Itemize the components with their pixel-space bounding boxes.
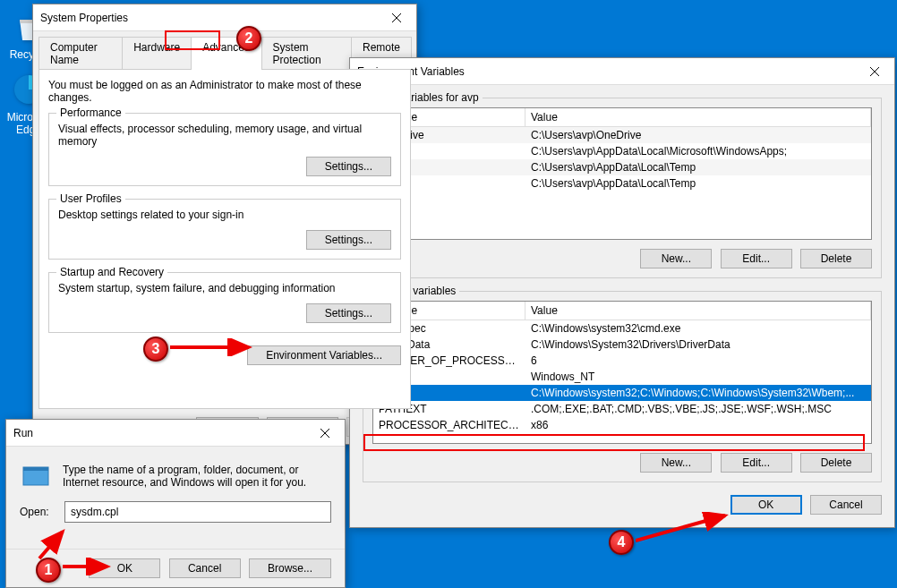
table-row[interactable]: ComSpecC:\Windows\system32\cmd.exe (373, 320, 871, 337)
var-value: x86 (525, 417, 871, 433)
system-properties-window: System Properties Computer Name Hardware… (32, 4, 417, 445)
open-label: Open: (20, 506, 64, 518)
user-variables-list[interactable]: Variable Value OneDriveC:\Users\avp\OneD… (372, 107, 872, 240)
var-value: C:\Windows\system32\cmd.exe (525, 320, 871, 337)
user-variables-group: User variables for avp Variable Value On… (363, 98, 882, 278)
cancel-button[interactable]: Cancel (169, 558, 241, 578)
close-button[interactable] (854, 58, 894, 85)
tab-body: You must be logged on as an Administrato… (38, 69, 411, 409)
var-value: C:\Users\avp\AppData\Local\Temp (525, 175, 871, 192)
var-value: 6 (525, 353, 871, 369)
titlebar[interactable]: Run (6, 420, 345, 447)
environment-variables-button[interactable]: Environment Variables... (247, 345, 401, 365)
cancel-button[interactable]: Cancel (810, 495, 882, 515)
run-icon (20, 460, 52, 492)
group-desc: Visual effects, processor scheduling, me… (58, 123, 391, 148)
svg-rect-2 (23, 467, 48, 471)
user-edit-button[interactable]: Edit... (721, 249, 792, 268)
startup-settings-button[interactable]: Settings... (306, 303, 391, 323)
user-delete-button[interactable]: Delete (800, 249, 872, 268)
sys-edit-button[interactable]: Edit... (721, 453, 792, 473)
table-row[interactable]: PathC:\Users\avp\AppData\Local\Microsoft… (373, 143, 871, 159)
startup-recovery-group: Startup and Recovery System startup, sys… (48, 272, 401, 333)
performance-group: Performance Visual effects, processor sc… (48, 113, 401, 186)
window-title: System Properties (40, 12, 128, 24)
table-row[interactable]: PATHEXT.COM;.EXE;.BAT;.CMD;.VBS;.VBE;.JS… (373, 401, 871, 417)
performance-settings-button[interactable]: Settings... (306, 157, 391, 176)
table-row[interactable]: OSWindows_NT (373, 369, 871, 385)
group-desc: Desktop settings related to your sign-in (58, 209, 391, 221)
table-row[interactable]: PROCESSOR_ARCHITECTUREx86 (373, 417, 871, 433)
col-value[interactable]: Value (525, 108, 871, 126)
var-value: C:\Users\avp\OneDrive (525, 127, 871, 143)
sys-delete-button[interactable]: Delete (800, 453, 872, 473)
var-value: C:\Windows\System32\Drivers\DriverData (525, 337, 871, 353)
env-body: User variables for avp Variable Value On… (350, 85, 894, 527)
var-value: Windows_NT (525, 369, 871, 385)
environment-variables-dialog: Environment Variables User variables for… (349, 57, 895, 528)
col-value[interactable]: Value (525, 302, 871, 320)
group-title: User Profiles (56, 192, 125, 205)
close-icon (870, 67, 879, 76)
profiles-settings-button[interactable]: Settings... (306, 230, 391, 250)
sys-new-button[interactable]: New... (640, 453, 712, 473)
callout-4: 4 (609, 530, 634, 555)
ok-button[interactable]: OK (730, 495, 802, 515)
tab-system-protection[interactable]: System Protection (261, 37, 352, 70)
group-title: Startup and Recovery (56, 266, 167, 278)
titlebar[interactable]: Environment Variables (350, 58, 894, 85)
table-row[interactable]: OneDriveC:\Users\avp\OneDrive (373, 127, 871, 143)
user-profiles-group: User Profiles Desktop settings related t… (48, 199, 401, 260)
tab-computer-name[interactable]: Computer Name (38, 37, 123, 70)
var-name: PROCESSOR_ARCHITECTURE (373, 417, 525, 433)
close-button[interactable] (304, 420, 345, 447)
table-row[interactable]: NUMBER_OF_PROCESSORS6 (373, 353, 871, 369)
table-row[interactable]: TMPC:\Users\avp\AppData\Local\Temp (373, 175, 871, 192)
run-body: Type the name of a program, folder, docu… (6, 447, 345, 549)
var-value: C:\Windows\system32;C:\Windows;C:\Window… (525, 385, 871, 401)
ok-button[interactable]: OK (89, 558, 160, 578)
table-row[interactable]: PathC:\Windows\system32;C:\Windows;C:\Wi… (373, 385, 871, 401)
run-desc: Type the name of a program, folder, docu… (63, 464, 331, 489)
titlebar[interactable]: System Properties (33, 4, 416, 31)
window-title: Run (13, 427, 33, 439)
open-input[interactable] (64, 501, 331, 523)
browse-button[interactable]: Browse... (249, 558, 331, 578)
callout-3: 3 (143, 337, 168, 362)
var-value: .COM;.EXE;.BAT;.CMD;.VBS;.VBE;.JS;.JSE;.… (525, 401, 871, 417)
intro-text: You must be logged on as an Administrato… (48, 79, 401, 104)
user-new-button[interactable]: New... (640, 249, 712, 268)
callout-2: 2 (236, 26, 261, 51)
var-value: C:\Users\avp\AppData\Local\Microsoft\Win… (525, 143, 871, 159)
group-desc: System startup, system failure, and debu… (58, 282, 391, 294)
callout-1: 1 (36, 558, 61, 583)
table-row[interactable]: TEMPC:\Users\avp\AppData\Local\Temp (373, 159, 871, 175)
table-row[interactable]: DriverDataC:\Windows\System32\Drivers\Dr… (373, 337, 871, 353)
system-variables-list[interactable]: Variable Value ComSpecC:\Windows\system3… (372, 301, 872, 444)
tab-hardware[interactable]: Hardware (122, 37, 192, 70)
system-variables-group: System variables Variable Value ComSpecC… (363, 291, 882, 482)
group-title: Performance (56, 107, 125, 119)
close-icon (320, 429, 329, 438)
close-button[interactable] (376, 4, 416, 31)
dialog-buttons: OK Cancel (363, 495, 882, 515)
close-icon (392, 13, 401, 22)
var-value: C:\Users\avp\AppData\Local\Temp (525, 159, 871, 175)
